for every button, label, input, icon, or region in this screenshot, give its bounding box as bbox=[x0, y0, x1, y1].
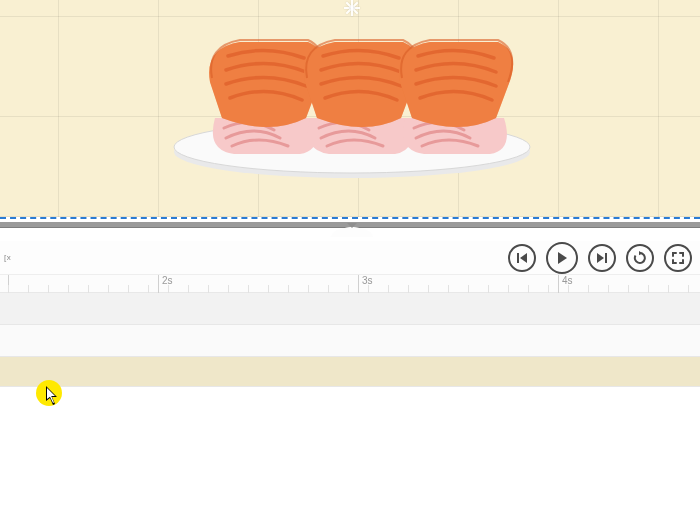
ruler-tick-minor bbox=[368, 285, 369, 293]
ruler-tick-minor bbox=[448, 285, 449, 293]
ruler-tick-minor bbox=[548, 285, 549, 293]
ruler-tick-minor bbox=[608, 285, 609, 293]
ruler-tick-minor bbox=[48, 285, 49, 293]
ruler-tick-minor bbox=[228, 285, 229, 293]
ruler-tick-minor bbox=[648, 285, 649, 293]
divider-handle[interactable] bbox=[330, 219, 374, 239]
ruler-tick-minor bbox=[428, 285, 429, 293]
zoom-indicator[interactable]: [x bbox=[4, 253, 11, 262]
playback-toolbar: [x bbox=[0, 241, 700, 275]
ruler-tick-minor bbox=[328, 285, 329, 293]
empty-area bbox=[0, 387, 700, 520]
ruler-tick-major bbox=[358, 275, 359, 293]
ruler-tick-minor bbox=[408, 285, 409, 293]
timeline-tracks bbox=[0, 293, 700, 387]
cursor-highlight bbox=[36, 380, 62, 406]
loop-button[interactable] bbox=[626, 244, 654, 272]
ruler-tick-minor bbox=[688, 285, 689, 293]
ruler-tick-minor bbox=[488, 285, 489, 293]
loop-icon bbox=[633, 251, 647, 265]
ruler-tick-major bbox=[158, 275, 159, 293]
ruler-tick-minor bbox=[148, 285, 149, 293]
canvas-stage[interactable] bbox=[0, 0, 700, 217]
ruler-tick-minor bbox=[128, 285, 129, 293]
timeline-track[interactable] bbox=[0, 357, 700, 387]
ruler-tick-minor bbox=[8, 285, 9, 293]
timeline-track[interactable] bbox=[0, 293, 700, 325]
ruler-tick-minor bbox=[208, 285, 209, 293]
timeline-track[interactable] bbox=[0, 325, 700, 357]
ruler-tick-minor bbox=[528, 285, 529, 293]
skip-back-icon bbox=[516, 252, 528, 264]
chevron-down-icon bbox=[347, 223, 357, 228]
ruler-tick-minor bbox=[108, 285, 109, 293]
ruler-tick-minor bbox=[308, 285, 309, 293]
ruler-tick-minor bbox=[168, 285, 169, 293]
fullscreen-button[interactable] bbox=[664, 244, 692, 272]
ruler-tick-minor bbox=[188, 285, 189, 293]
ruler-tick-minor bbox=[388, 285, 389, 293]
skip-forward-icon bbox=[596, 252, 608, 264]
ruler-tick-minor bbox=[508, 285, 509, 293]
ruler-tick-minor bbox=[28, 285, 29, 293]
skip-back-button[interactable] bbox=[508, 244, 536, 272]
ruler-tick-minor bbox=[348, 285, 349, 293]
play-button[interactable] bbox=[546, 242, 578, 274]
svg-rect-3 bbox=[517, 253, 519, 263]
stage-artwork bbox=[0, 0, 700, 217]
ruler-tick-minor bbox=[68, 285, 69, 293]
ruler-tick-minor bbox=[668, 285, 669, 293]
ruler-tick-major bbox=[558, 275, 559, 293]
ruler-tick-minor bbox=[248, 285, 249, 293]
svg-rect-4 bbox=[605, 253, 607, 263]
ruler-tick-minor bbox=[468, 285, 469, 293]
ruler-tick-minor bbox=[568, 285, 569, 293]
ruler-tick-minor bbox=[288, 285, 289, 293]
expand-icon bbox=[671, 251, 685, 265]
ruler-tick-minor bbox=[628, 285, 629, 293]
timeline-ruler[interactable]: 2s3s4s bbox=[0, 275, 700, 293]
ruler-tick-minor bbox=[588, 285, 589, 293]
play-icon bbox=[555, 251, 569, 265]
panel-divider[interactable] bbox=[0, 217, 700, 241]
skip-forward-button[interactable] bbox=[588, 244, 616, 272]
ruler-tick-minor bbox=[268, 285, 269, 293]
ruler-tick-minor bbox=[88, 285, 89, 293]
